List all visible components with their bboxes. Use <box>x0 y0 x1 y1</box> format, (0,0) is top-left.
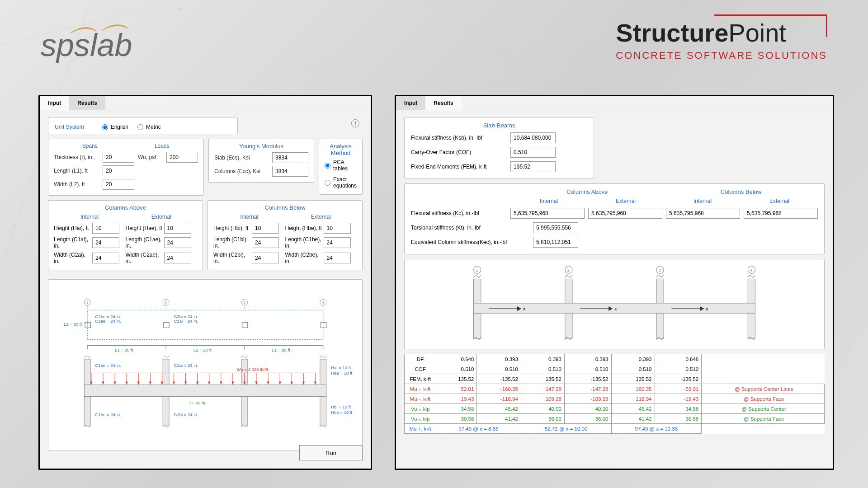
svg-text:3: 3 <box>659 268 661 272</box>
kc-be <box>744 208 818 219</box>
kc-ae <box>588 208 662 219</box>
svg-rect-24 <box>321 322 326 328</box>
svg-text:C2ae = 24 in.: C2ae = 24 in. <box>95 319 121 324</box>
fem-output <box>510 161 556 172</box>
svg-point-9 <box>12 225 15 227</box>
svg-text:L1 = 20 ft: L1 = 20 ft <box>272 347 290 352</box>
svg-text:Hai = 10 ft: Hai = 10 ft <box>331 365 351 370</box>
kt-output <box>533 222 578 233</box>
svg-text:C1ai = 24 in.: C1ai = 24 in. <box>174 363 198 368</box>
structurepoint-logo: StructurePoint CONCRETE SOFTWARE SOLUTIO… <box>616 18 827 61</box>
c2bi-input[interactable] <box>252 253 279 263</box>
svg-text:C2ai = 24 in.: C2ai = 24 in. <box>174 319 198 324</box>
svg-rect-22 <box>164 322 169 328</box>
radio-exact[interactable]: Exact equations <box>325 176 357 189</box>
wu-input[interactable] <box>166 152 198 163</box>
tab-input[interactable]: Input <box>40 96 69 110</box>
kc-ai <box>510 208 585 219</box>
c1be-input[interactable] <box>324 237 351 248</box>
tabs-right: Input Results <box>396 96 833 110</box>
svg-marker-68 <box>208 382 210 385</box>
svg-marker-56 <box>137 382 140 385</box>
c2ai-input[interactable] <box>92 253 119 263</box>
svg-marker-50 <box>102 382 104 385</box>
radio-metric[interactable]: Metric <box>137 124 161 130</box>
svg-text:t = 20 in.: t = 20 in. <box>189 400 206 405</box>
input-diagram: L2 = 20 ft L1 = 20 ft L1 = 20 ft L1 = 20… <box>48 279 363 451</box>
hai-input[interactable] <box>92 223 119 234</box>
hbi-input[interactable] <box>252 223 279 234</box>
svg-marker-76 <box>255 382 257 385</box>
svg-rect-11 <box>87 310 323 339</box>
svg-text:3: 3 <box>243 300 245 305</box>
l1-input[interactable] <box>103 165 134 176</box>
svg-text:x: x <box>614 306 617 311</box>
ksb-output <box>510 132 556 143</box>
radio-english[interactable]: English <box>102 124 128 130</box>
kec-output <box>533 237 578 248</box>
svg-text:Hbe = 10 ft: Hbe = 10 ft <box>331 410 352 415</box>
unit-system-row: Unit System English Metric <box>55 124 231 130</box>
svg-text:2: 2 <box>165 300 166 305</box>
kc-bi <box>666 208 740 219</box>
tab-results-r[interactable]: Results <box>425 96 461 110</box>
ecc-input[interactable] <box>272 166 308 177</box>
svg-text:x: x <box>706 306 708 311</box>
svg-marker-70 <box>220 382 222 385</box>
tab-input-r[interactable]: Input <box>396 96 425 110</box>
svg-rect-45 <box>84 385 326 396</box>
svg-marker-84 <box>302 382 305 385</box>
svg-text:1: 1 <box>86 300 88 305</box>
hbe-input[interactable] <box>324 223 351 234</box>
svg-text:x: x <box>523 306 526 311</box>
info-icon[interactable]: i <box>351 119 359 127</box>
svg-text:Wu = 4,000 lbf/ft: Wu = 4,000 lbf/ft <box>237 367 269 372</box>
svg-text:C1ae = 24 in.: C1ae = 24 in. <box>95 363 121 368</box>
svg-marker-64 <box>184 382 187 385</box>
thickness-input[interactable] <box>103 152 134 163</box>
svg-text:C1bi = 24 in.: C1bi = 24 in. <box>174 412 198 417</box>
svg-text:C2bi = 24 in.: C2bi = 24 in. <box>174 314 198 319</box>
svg-text:L1 = 20 ft: L1 = 20 ft <box>115 347 133 352</box>
c1bi-input[interactable] <box>252 237 279 248</box>
svg-text:2: 2 <box>567 268 570 272</box>
svg-text:L1 = 20 ft: L1 = 20 ft <box>193 347 212 352</box>
svg-text:C1be = 24 in.: C1be = 24 in. <box>95 412 121 417</box>
svg-point-8 <box>179 8 182 10</box>
svg-marker-54 <box>126 382 128 385</box>
svg-text:Hbi = 10 ft: Hbi = 10 ft <box>331 404 351 409</box>
svg-text:Hae = 10 ft: Hae = 10 ft <box>331 371 352 375</box>
results-panel: Input Results Slab-Beams Flexural stiffn… <box>395 95 834 470</box>
svg-text:4: 4 <box>750 268 752 272</box>
c2ae-input[interactable] <box>164 253 191 263</box>
svg-marker-58 <box>149 382 151 385</box>
svg-rect-21 <box>85 322 90 328</box>
svg-marker-86 <box>314 382 316 385</box>
radio-pca[interactable]: PCA tables <box>325 159 357 172</box>
run-button[interactable]: Run <box>299 445 363 460</box>
svg-marker-72 <box>231 382 234 385</box>
svg-rect-23 <box>242 322 248 328</box>
input-panel: Input Results i Unit System English Metr… <box>38 95 372 470</box>
svg-marker-78 <box>267 382 269 385</box>
c1ae-input[interactable] <box>164 237 191 248</box>
svg-marker-82 <box>291 382 293 385</box>
svg-marker-52 <box>113 382 116 385</box>
cof-output <box>510 147 556 158</box>
ecs-input[interactable] <box>272 152 308 163</box>
svg-marker-80 <box>279 382 281 385</box>
moment-table: DF0.6480.3930.3930.3930.3930.648COF0.510… <box>404 354 825 434</box>
svg-text:1: 1 <box>476 268 478 272</box>
svg-line-6 <box>271 0 434 90</box>
results-diagram: 1234 xxx <box>404 259 825 349</box>
svg-text:L2 = 20 ft: L2 = 20 ft <box>64 322 82 327</box>
tabs-left: Input Results <box>40 96 371 110</box>
svg-marker-66 <box>196 382 198 385</box>
svg-text:4: 4 <box>322 300 324 305</box>
c2be-input[interactable] <box>324 253 351 263</box>
hae-input[interactable] <box>164 223 191 234</box>
c1ai-input[interactable] <box>92 237 119 248</box>
l2-input[interactable] <box>103 179 134 190</box>
tab-results[interactable]: Results <box>69 96 105 110</box>
svg-text:C2be = 24 in.: C2be = 24 in. <box>95 314 121 319</box>
